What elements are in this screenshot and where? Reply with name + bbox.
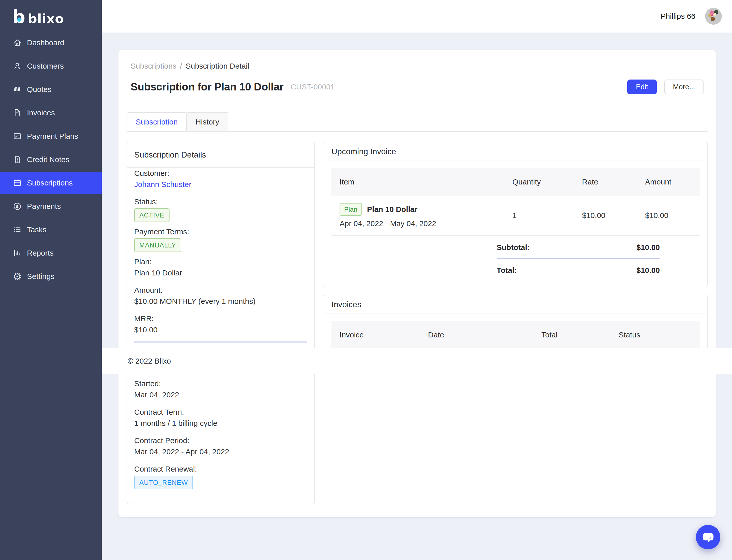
field-label: Payment Terms:: [134, 226, 307, 237]
gear-icon: ⚙: [13, 272, 22, 281]
sidebar-item-credit-notes[interactable]: Credit Notes: [0, 148, 102, 171]
sidebar-item-invoices[interactable]: Invoices: [0, 102, 102, 124]
quantity-cell: 1: [505, 211, 574, 220]
footer: © 2022 Blixo: [102, 348, 732, 374]
plan-badge: Plan: [339, 203, 362, 216]
field-value: Mar 04, 2022: [134, 389, 307, 400]
field-label: MRR:: [134, 313, 307, 324]
column-header-date: Date: [420, 331, 533, 339]
field-payment-terms: Payment Terms: MANUALLY: [134, 226, 307, 252]
sidebar-item-label: Tasks: [27, 225, 46, 234]
subtotal-value: $10.00: [636, 242, 660, 253]
logo[interactable]: b blixo: [0, 0, 102, 26]
sidebar-item-quotes[interactable]: “ Quotes: [0, 78, 102, 101]
sidebar-nav: Dashboard Customers “ Quotes Invoices Pa…: [0, 32, 102, 288]
tab-history[interactable]: History: [187, 112, 228, 131]
app-root: b blixo Dashboard Customers “ Quotes Inv…: [0, 0, 732, 560]
more-button[interactable]: More...: [664, 80, 704, 94]
sidebar: b blixo Dashboard Customers “ Quotes Inv…: [0, 0, 102, 560]
contract-renewal-badge: AUTO_RENEW: [134, 476, 193, 489]
field-value: 1 months / 1 billing cycle: [134, 418, 307, 429]
dollar-circle-icon: $: [13, 202, 22, 211]
sidebar-item-dashboard[interactable]: Dashboard: [0, 32, 102, 54]
field-status: Status: ACTIVE: [134, 196, 307, 222]
user-name[interactable]: Phillips 66: [661, 12, 695, 21]
item-period: Apr 04, 2022 - May 04, 2022: [339, 219, 505, 228]
sidebar-item-payments[interactable]: $ Payments: [0, 195, 102, 217]
svg-text:$: $: [16, 204, 19, 209]
right-column: Upcoming Invoice Item Quantity Rate Amou…: [324, 142, 708, 353]
chat-launcher-button[interactable]: [696, 525, 720, 549]
sidebar-item-label: Subscriptions: [27, 179, 73, 187]
field-label: Customer:: [134, 168, 307, 179]
field-plan: Plan: Plan 10 Dollar: [134, 256, 307, 278]
details-divider: [134, 341, 307, 343]
subscription-details-title: Subscription Details: [127, 142, 314, 168]
sidebar-item-label: Quotes: [27, 85, 52, 94]
total-label: Total:: [497, 265, 517, 276]
upcoming-invoice-title: Upcoming Invoice: [324, 142, 707, 161]
field-value: Plan 10 Dollar: [134, 267, 307, 278]
field-mrr: MRR: $10.00: [134, 313, 307, 335]
sidebar-item-subscriptions[interactable]: Subscriptions: [0, 172, 102, 194]
sidebar-item-label: Dashboard: [27, 38, 64, 47]
sidebar-item-tasks[interactable]: Tasks: [0, 219, 102, 241]
sidebar-item-payment-plans[interactable]: Payment Plans: [0, 125, 102, 147]
field-customer: Customer: Johann Schuster: [134, 168, 307, 190]
sidebar-item-label: Payments: [27, 202, 61, 211]
title-row: Subscription for Plan 10 Dollar CUST-000…: [131, 79, 708, 95]
column-header-amount: Amount: [637, 178, 700, 186]
field-label: Contract Renewal:: [134, 463, 307, 475]
field-value: Mar 04, 2022 - Apr 04, 2022: [134, 446, 307, 457]
totals-block: Subtotal: $10.00 Total: $10.00: [497, 242, 660, 276]
column-header-invoice: Invoice: [331, 331, 420, 339]
person-icon: [13, 61, 22, 71]
field-label: Contract Term:: [134, 407, 307, 418]
amount-cell: $10.00: [637, 211, 700, 220]
card-checklist-icon: [13, 132, 22, 141]
note-alert-icon: [13, 155, 22, 164]
sidebar-item-label: Invoices: [27, 108, 55, 117]
column-header-total: Total: [533, 331, 611, 339]
sidebar-item-label: Credit Notes: [27, 155, 69, 164]
customer-link[interactable]: Johann Schuster: [134, 179, 307, 190]
logo-b-icon: b: [12, 8, 23, 26]
sidebar-item-reports[interactable]: Reports: [0, 242, 102, 264]
upcoming-invoice-header-row: Item Quantity Rate Amount: [331, 168, 700, 196]
column-header-item: Item: [331, 178, 505, 186]
sidebar-item-customers[interactable]: Customers: [0, 55, 102, 77]
field-contract-renewal: Contract Renewal: AUTO_RENEW: [134, 463, 307, 489]
sidebar-item-settings[interactable]: ⚙ Settings: [0, 265, 102, 288]
breadcrumb-current: Subscription Detail: [185, 62, 249, 70]
sidebar-item-label: Payment Plans: [27, 132, 78, 141]
rate-cell: $10.00: [574, 211, 637, 220]
total-row: Total: $10.00: [497, 265, 660, 276]
page-title: Subscription for Plan 10 Dollar: [131, 81, 283, 93]
subtotal-label: Subtotal:: [497, 242, 530, 253]
invoices-header-row: Invoice Date Total Status: [331, 321, 700, 349]
field-contract-period: Contract Period: Mar 04, 2022 - Apr 04, …: [134, 435, 307, 457]
bar-chart-icon: [13, 248, 22, 258]
field-amount: Amount: $10.00 MONTHLY (every 1 months): [134, 285, 307, 307]
customer-code: CUST-00001: [290, 83, 334, 91]
upcoming-invoice-table: Item Quantity Rate Amount Plan Plan 10 D…: [324, 161, 707, 276]
quote-icon: “: [13, 89, 22, 95]
invoices-panel: Invoices Invoice Date Total Status: [324, 295, 708, 353]
field-label: Plan:: [134, 256, 307, 267]
subtotal-row: Subtotal: $10.00: [497, 242, 660, 253]
field-value: $10.00 MONTHLY (every 1 months): [134, 296, 307, 307]
column-header-status: Status: [611, 331, 700, 339]
breadcrumb-separator: /: [180, 62, 182, 70]
avatar[interactable]: [705, 8, 722, 25]
sidebar-item-label: Reports: [27, 249, 54, 257]
status-badge: ACTIVE: [134, 208, 169, 222]
invoices-table: Invoice Date Total Status: [324, 314, 707, 349]
item-cell: Plan Plan 10 Dollar Apr 04, 2022 - May 0…: [331, 197, 505, 234]
field-label: Status:: [134, 196, 307, 207]
breadcrumb-parent[interactable]: Subscriptions: [131, 62, 176, 70]
tab-subscription[interactable]: Subscription: [127, 112, 187, 131]
edit-button[interactable]: Edit: [627, 80, 657, 94]
upcoming-invoice-panel: Upcoming Invoice Item Quantity Rate Amou…: [324, 142, 708, 287]
item-name: Plan 10 Dollar: [367, 205, 417, 214]
column-header-rate: Rate: [574, 178, 637, 186]
